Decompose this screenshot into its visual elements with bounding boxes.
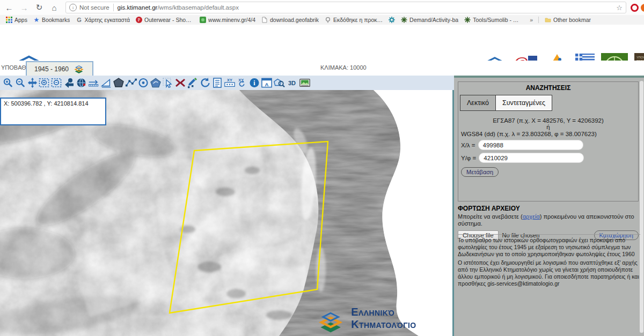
- bookmark-item[interactable]: Demand/Activity-ba: [401, 17, 458, 23]
- draw-polygon-icon[interactable]: [113, 77, 125, 89]
- green-site-icon: [200, 17, 206, 23]
- go-button[interactable]: Μετάβαση: [461, 167, 499, 177]
- bookmark-item[interactable]: P Outerwear - Shop O: [136, 17, 194, 23]
- pan-icon[interactable]: [26, 77, 38, 89]
- svg-text:XY: XY: [227, 78, 232, 83]
- draw-point-icon[interactable]: [137, 77, 149, 89]
- apps-menu[interactable]: Apps: [6, 17, 27, 23]
- url-path: /wms/ktbasemap/default.aspx: [157, 4, 239, 11]
- map-viewport[interactable]: X: 500396.782 , Y: 4210814.814 Ελληνικό …: [0, 90, 454, 336]
- print-icon[interactable]: [299, 77, 311, 89]
- watermark-title: Ελληνικό Κτηματολόγιο: [351, 306, 452, 334]
- edit-vertex-icon[interactable]: [187, 77, 199, 89]
- sumo-icon: [401, 17, 407, 23]
- orthophoto-basemap: [0, 90, 452, 336]
- measure-distance-icon[interactable]: [88, 77, 100, 89]
- bookmark-star-icon[interactable]: ☆: [616, 4, 623, 12]
- map-toolbar: XY XY i A 3D: [0, 76, 454, 90]
- zoom-window-in-icon[interactable]: [39, 77, 50, 89]
- note-software: Ο ιστότοπος έχει δημιουργηθεί με λογισμι…: [458, 259, 640, 287]
- bookmark-item[interactable]: download.geofabrik: [261, 17, 319, 23]
- sidebar: ΑΝΑΖΗΤΗΣΕΙΣ Λεκτικό Συντεταγμένες ΕΓΣΑ87…: [454, 76, 644, 336]
- refresh-icon[interactable]: [199, 77, 211, 89]
- svg-text:A: A: [265, 81, 269, 87]
- wgs84-hint: WGS84 (dd) (π.χ. λ = 23.803268, φ = 38.0…: [461, 131, 638, 137]
- zoom-out-icon[interactable]: [14, 77, 26, 89]
- zoom-window-out-icon[interactable]: [51, 77, 63, 89]
- zoom-in-icon[interactable]: [2, 77, 13, 89]
- search-panel-title: ΑΝΑΖΗΤΗΣΕΙΣ: [458, 84, 638, 92]
- url-host: gis.ktimanet.gr: [118, 4, 158, 11]
- svg-text:P: P: [138, 18, 141, 23]
- previous-extent-icon[interactable]: [63, 77, 75, 89]
- x-coordinate-input[interactable]: [478, 140, 583, 150]
- apps-grid-icon: [6, 17, 12, 23]
- search-panel: ΑΝΑΖΗΤΗΣΕΙΣ Λεκτικό Συντεταγμένες ΕΓΣΑ87…: [458, 81, 639, 201]
- note-basemap: Το υπόβαθρο των ιστορικών ορθοφωτογραφιώ…: [458, 237, 640, 258]
- measure-area-icon[interactable]: [100, 77, 112, 89]
- xy-input-icon[interactable]: XY: [224, 77, 236, 89]
- ktimatologio-watermark-logo-icon: [316, 309, 346, 334]
- bookmarks-bar: Apps ★ Bookmarks G Χάρτης εγκαταστά P Ou…: [0, 15, 644, 25]
- address-separator: [113, 4, 114, 11]
- disclaimer-notes: Το υπόβαθρο των ιστορικών ορθοφωτογραφιώ…: [458, 234, 640, 289]
- xy-goto-icon[interactable]: XY: [236, 77, 248, 89]
- basemap-select[interactable]: 1945 - 1960: [26, 61, 93, 77]
- full-extent-icon[interactable]: [76, 77, 87, 89]
- egsa87-hint: ΕΓΣΑ87 (π.χ. X = 482576, Y = 4206392): [458, 117, 638, 124]
- page-icon: [261, 17, 268, 23]
- x-label: X/λ =: [461, 142, 475, 148]
- y-label: Y/φ =: [461, 155, 476, 161]
- google-g-icon: G: [76, 17, 82, 23]
- other-bookmarks[interactable]: Other bookmar: [545, 17, 591, 23]
- opera-extension-icon[interactable]: [631, 4, 639, 12]
- home-icon[interactable]: ⌂: [48, 2, 60, 13]
- app-header: Ελληνικό Κτηματολόγιο @ ΕΛΛΑΔΑ 2008 ΥΠΟΥ…: [0, 25, 644, 61]
- gear-icon: [389, 17, 395, 23]
- basemap-value: 1945 - 1960: [34, 65, 69, 73]
- bookmark-item[interactable]: Εκδόθηκε η προκήρ: [325, 17, 383, 23]
- bookmark-item[interactable]: www.minenv.gr/4/4: [200, 17, 255, 23]
- scale-label: ΚΛΙΜΑΚΑ: 10000: [320, 64, 367, 71]
- extension-icon[interactable]: [641, 4, 644, 12]
- tab-syntetagmenes[interactable]: Συντεταγμένες: [495, 95, 552, 111]
- folder-icon: [545, 17, 551, 23]
- not-secure-label: Not secure: [79, 4, 109, 11]
- basemap-bar: ΥΠΟΒΑΘΡΟ: 1945 - 1960 ΚΛΙΜΑΚΑ: 10000: [0, 61, 644, 76]
- y-coordinate-input[interactable]: [479, 153, 584, 163]
- delete-icon[interactable]: [174, 77, 186, 89]
- forward-icon[interactable]: →: [18, 2, 30, 13]
- bookmark-item[interactable]: G Χάρτης εγκαταστά: [76, 17, 130, 23]
- files-link[interactable]: αρχεία: [523, 213, 540, 220]
- star-icon: ★: [33, 17, 40, 23]
- bookmarks-overflow-chevron[interactable]: »: [530, 17, 533, 23]
- back-icon[interactable]: ←: [3, 2, 15, 13]
- or-label: ή: [458, 124, 638, 130]
- sidebar-scrollbar[interactable]: [640, 81, 643, 333]
- bookmark-item[interactable]: Tools/Sumolib - Sum: [464, 17, 522, 23]
- legend-icon[interactable]: [211, 77, 223, 89]
- browser-address-row: ← → ↻ ⌂ i Not secure gis.ktimanet.gr /wm…: [0, 0, 644, 16]
- bookmark-item[interactable]: [389, 17, 395, 23]
- view-3d-button[interactable]: 3D: [286, 77, 298, 89]
- label-icon[interactable]: A: [261, 77, 273, 89]
- upload-title: ΦΟΡΤΩΣΗ ΑΡΧΕΙΟΥ: [458, 205, 639, 212]
- address-bar[interactable]: i Not secure gis.ktimanet.gr /wms/ktbase…: [65, 2, 626, 13]
- map-watermark: Ελληνικό Κτηματολόγιο: [316, 306, 452, 334]
- reload-icon[interactable]: ↻: [33, 2, 45, 13]
- select-by-polygon-icon[interactable]: [150, 77, 162, 89]
- select-arrow-icon[interactable]: [162, 77, 174, 89]
- pinterest-icon: P: [136, 17, 142, 23]
- page-info-icon[interactable]: i: [69, 4, 77, 11]
- info-icon[interactable]: i: [248, 77, 260, 89]
- pin-icon: [325, 17, 331, 23]
- draw-polyline-icon[interactable]: [125, 77, 137, 89]
- search-tabs: Λεκτικό Συντεταγμένες: [460, 95, 638, 111]
- bookmarks-divider: [538, 17, 539, 23]
- tab-lektiko[interactable]: Λεκτικό: [460, 95, 495, 111]
- upload-text: Μπορείτε να ανεβάσετε (αρχεία) προκειμέν…: [458, 213, 639, 227]
- coordinate-readout: X: 500396.782 , Y: 4210814.814: [0, 98, 106, 125]
- spatial-search-icon[interactable]: [273, 77, 285, 89]
- basemap-logo-icon: [73, 64, 85, 74]
- bookmarks-manager[interactable]: ★ Bookmarks: [33, 17, 70, 23]
